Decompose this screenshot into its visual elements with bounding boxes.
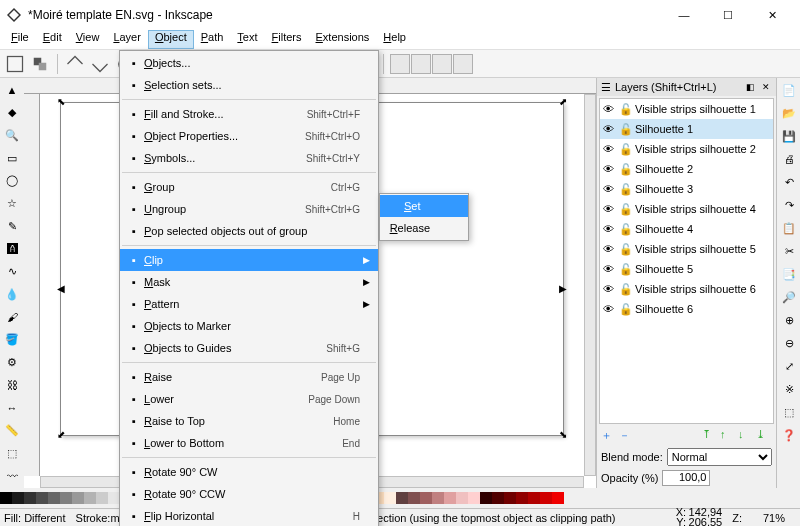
tool-5[interactable]: ☆ — [1, 193, 23, 215]
menu-layer[interactable]: Layer — [106, 30, 148, 49]
toolbar-button[interactable] — [64, 53, 86, 75]
lock-icon[interactable]: 🔓 — [619, 143, 631, 156]
lock-icon[interactable]: 🔓 — [619, 263, 631, 276]
tool-1[interactable]: ◆ — [1, 102, 23, 124]
lower-button[interactable]: ↓ — [738, 428, 754, 444]
menu-view[interactable]: View — [69, 30, 107, 49]
menu-item[interactable]: ▪Objects... — [120, 52, 378, 74]
menu-filters[interactable]: Filters — [265, 30, 309, 49]
panel-iconify-button[interactable]: ◧ — [744, 81, 756, 93]
menu-item[interactable]: ▪Object Properties...Shift+Ctrl+O — [120, 125, 378, 147]
visibility-icon[interactable]: 👁 — [603, 163, 615, 175]
visibility-icon[interactable]: 👁 — [603, 103, 615, 115]
command-4[interactable]: ↶ — [778, 171, 800, 193]
swatch[interactable] — [528, 492, 540, 504]
tool-3[interactable]: ▭ — [1, 147, 23, 169]
tool-14[interactable]: ↔ — [1, 397, 23, 419]
layer-row[interactable]: 👁🔓Silhouette 2 — [600, 159, 773, 179]
menu-item[interactable]: ▪LowerPage Down — [120, 388, 378, 410]
menu-edit[interactable]: Edit — [36, 30, 69, 49]
lock-icon[interactable]: 🔓 — [619, 203, 631, 216]
visibility-icon[interactable]: 👁 — [603, 263, 615, 275]
lock-icon[interactable]: 🔓 — [619, 103, 631, 116]
swatch[interactable] — [12, 492, 24, 504]
panel-close-button[interactable]: ✕ — [760, 81, 772, 93]
fill-indicator[interactable]: Fill: Different — [4, 512, 66, 524]
command-15[interactable]: ❓ — [778, 424, 800, 446]
menu-item[interactable]: ▪Flip HorizontalH — [120, 505, 378, 526]
menu-item[interactable]: ▪RaisePage Up — [120, 366, 378, 388]
swatch[interactable] — [0, 492, 12, 504]
command-2[interactable]: 💾 — [778, 125, 800, 147]
tool-11[interactable]: 🪣 — [1, 329, 23, 351]
menu-item[interactable]: ▪Objects to GuidesShift+G — [120, 337, 378, 359]
visibility-icon[interactable]: 👁 — [603, 123, 615, 135]
swatch[interactable] — [480, 492, 492, 504]
visibility-icon[interactable]: 👁 — [603, 223, 615, 235]
command-14[interactable]: ⬚ — [778, 401, 800, 423]
layer-row[interactable]: 👁🔓Silhouette 3 — [600, 179, 773, 199]
opacity-value[interactable]: 100,0 — [662, 470, 710, 486]
layer-row[interactable]: 👁🔓Visible strips silhouette 5 — [600, 239, 773, 259]
command-11[interactable]: ⊖ — [778, 332, 800, 354]
tool-10[interactable]: 🖌 — [1, 306, 23, 328]
add-layer-button[interactable]: ＋ — [601, 428, 617, 444]
zoom-value[interactable]: 71% — [752, 512, 796, 524]
menu-item[interactable]: ▪Fill and Stroke...Shift+Ctrl+F — [120, 103, 378, 125]
tool-16[interactable]: ⬚ — [1, 443, 23, 465]
ruler-vertical[interactable] — [24, 94, 40, 476]
swatch[interactable] — [396, 492, 408, 504]
blend-mode-select[interactable]: Normal — [667, 448, 772, 466]
command-8[interactable]: 📑 — [778, 263, 800, 285]
swatch[interactable] — [444, 492, 456, 504]
menu-item[interactable]: ▪GroupCtrl+G — [120, 176, 378, 198]
lock-icon[interactable]: 🔓 — [619, 183, 631, 196]
swatch[interactable] — [552, 492, 564, 504]
tool-13[interactable]: ⛓ — [1, 374, 23, 396]
swatch[interactable] — [432, 492, 444, 504]
layer-row[interactable]: 👁🔓Silhouette 5 — [600, 259, 773, 279]
swatch[interactable] — [408, 492, 420, 504]
swatch[interactable] — [540, 492, 552, 504]
menu-item[interactable]: ▪UngroupShift+Ctrl+G — [120, 198, 378, 220]
swatch[interactable] — [24, 492, 36, 504]
selection-handle[interactable]: ◀ — [57, 285, 65, 293]
swatch[interactable] — [60, 492, 72, 504]
lock-icon[interactable]: 🔓 — [619, 163, 631, 176]
swatch[interactable] — [492, 492, 504, 504]
menu-text[interactable]: Text — [230, 30, 264, 49]
lock-icon[interactable]: 🔓 — [619, 283, 631, 296]
remove-layer-button[interactable]: － — [619, 428, 635, 444]
command-6[interactable]: 📋 — [778, 217, 800, 239]
maximize-button[interactable]: ☐ — [706, 0, 750, 30]
toolbar-toggle[interactable] — [432, 54, 452, 74]
menu-help[interactable]: Help — [376, 30, 413, 49]
swatch[interactable] — [516, 492, 528, 504]
lock-icon[interactable]: 🔓 — [619, 303, 631, 316]
visibility-icon[interactable]: 👁 — [603, 243, 615, 255]
command-1[interactable]: 📂 — [778, 102, 800, 124]
layers-list[interactable]: 👁🔓Visible strips silhouette 1👁🔓Silhouett… — [599, 98, 774, 424]
tool-2[interactable]: 🔍 — [1, 124, 23, 146]
menu-item[interactable]: ▪Pop selected objects out of group — [120, 220, 378, 242]
tool-7[interactable]: 🅰 — [1, 238, 23, 260]
layer-row[interactable]: 👁🔓Silhouette 6 — [600, 299, 773, 319]
close-button[interactable]: ✕ — [750, 0, 794, 30]
lock-icon[interactable]: 🔓 — [619, 223, 631, 236]
scrollbar-vertical[interactable] — [584, 94, 596, 476]
selection-handle[interactable]: ▶ — [559, 285, 567, 293]
toolbar-button[interactable] — [89, 53, 111, 75]
command-9[interactable]: 🔎 — [778, 286, 800, 308]
toolbar-toggle[interactable] — [390, 54, 410, 74]
command-5[interactable]: ↷ — [778, 194, 800, 216]
swatch[interactable] — [48, 492, 60, 504]
tool-9[interactable]: 💧 — [1, 283, 23, 305]
selection-handle[interactable]: ⬈ — [559, 98, 567, 106]
lower-to-bottom-button[interactable]: ⤓ — [756, 428, 772, 444]
command-12[interactable]: ⤢ — [778, 355, 800, 377]
minimize-button[interactable]: — — [662, 0, 706, 30]
command-13[interactable]: ※ — [778, 378, 800, 400]
menu-item[interactable]: ▪Rotate 90° CCW — [120, 483, 378, 505]
visibility-icon[interactable]: 👁 — [603, 283, 615, 295]
layer-row[interactable]: 👁🔓Visible strips silhouette 4 — [600, 199, 773, 219]
